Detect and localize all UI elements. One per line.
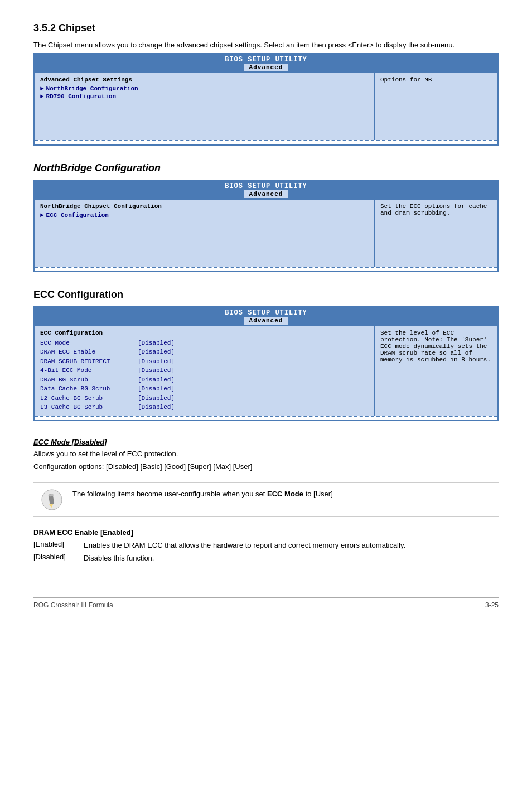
dram-ecc-row: [Disabled]Disables this function. — [33, 553, 499, 564]
note-icon — [38, 489, 66, 511]
ecc-config-divider — [35, 416, 497, 417]
ecc-row-name: DRAM SCRUB REDIRECT — [40, 357, 138, 366]
ecc-table: ECC Mode[Disabled] DRAM ECC Enable[Disab… — [40, 339, 369, 412]
dram-ecc-value: Enables the DRAM ECC that allows the har… — [84, 540, 499, 551]
dram-ecc-rows: [Enabled]Enables the DRAM ECC that allow… — [33, 540, 499, 564]
ecc-config-title: ECC Configuration — [33, 289, 499, 301]
note-text: The following items become user-configur… — [72, 489, 333, 500]
ecc-table-row: L3 Cache BG Scrub[Disabled] — [40, 403, 369, 412]
arrow-icon-2: ► — [40, 93, 44, 100]
chipset-item-1: ► NorthBridge Configuration — [40, 85, 369, 92]
pencil-icon — [41, 489, 63, 511]
ecc-row-name: DRAM BG Scrub — [40, 375, 138, 385]
chipset-divider — [35, 140, 497, 141]
ecc-row-value: [Disabled] — [138, 366, 175, 375]
dram-ecc-row: [Enabled]Enables the DRAM ECC that allow… — [33, 540, 499, 551]
chipset-left-label: Advanced Chipset Settings — [40, 76, 369, 83]
dram-ecc-value: Disables this function. — [84, 553, 499, 564]
ecc-mode-section: ECC Mode [Disabled] Allows you to set th… — [33, 438, 499, 472]
chipset-bios-title: BIOS SETUP UTILITY — [225, 56, 307, 64]
ecc-mode-config-options: Configuration options: [Disabled] [Basic… — [33, 461, 499, 472]
ecc-config-bios-right: Set the level of ECC protection. Note: T… — [375, 326, 497, 416]
ecc-config-bios-content: ECC Configuration ECC Mode[Disabled] DRA… — [35, 326, 497, 416]
northbridge-bios-content: NorthBridge Chipset Configuration ► ECC … — [35, 200, 497, 267]
ecc-row-value: [Disabled] — [138, 347, 175, 357]
footer-right: 3-25 — [485, 601, 499, 609]
ecc-table-row: Data Cache BG Scrub[Disabled] — [40, 384, 369, 394]
ecc-config-bios-tab: Advanced — [244, 317, 289, 325]
northbridge-bios-title: BIOS SETUP UTILITY — [225, 182, 307, 190]
ecc-mode-title: ECC Mode [Disabled] — [33, 438, 499, 446]
ecc-table-row: ECC Mode[Disabled] — [40, 339, 369, 348]
chipset-item-name-1: NorthBridge Configuration — [46, 85, 138, 92]
dram-ecc-key: [Disabled] — [33, 553, 84, 564]
northbridge-bios-header: BIOS SETUP UTILITY Advanced — [35, 181, 497, 200]
ecc-mode-desc: Allows you to set the level of ECC prote… — [33, 448, 499, 460]
northbridge-item-1: ► ECC Configuration — [40, 212, 369, 219]
ecc-row-value: [Disabled] — [138, 384, 175, 394]
ecc-table-row: DRAM ECC Enable[Disabled] — [40, 347, 369, 357]
northbridge-item-name-1: ECC Configuration — [46, 212, 109, 219]
arrow-icon-1: ► — [40, 85, 44, 92]
chipset-bios-box: BIOS SETUP UTILITY Advanced Advanced Chi… — [33, 53, 499, 146]
northbridge-left-label: NorthBridge Chipset Configuration — [40, 203, 369, 210]
footer-left: ROG Crosshair III Formula — [33, 601, 113, 609]
ecc-config-bios-left: ECC Configuration ECC Mode[Disabled] DRA… — [35, 326, 375, 416]
northbridge-title: NorthBridge Configuration — [33, 162, 499, 174]
ecc-config-section: ECC Configuration BIOS SETUP UTILITY Adv… — [33, 289, 499, 564]
dram-ecc-section: DRAM ECC Enable [Enabled] [Enabled]Enabl… — [33, 528, 499, 564]
ecc-config-right-text: Set the level of ECC protection. Note: T… — [380, 330, 491, 363]
chipset-bios-tab: Advanced — [244, 64, 289, 71]
ecc-table-row: 4-Bit ECC Mode[Disabled] — [40, 366, 369, 375]
chipset-bios-content: Advanced Chipset Settings ► NorthBridge … — [35, 73, 497, 140]
ecc-row-value: [Disabled] — [138, 339, 175, 348]
chipset-intro: The Chipset menu allows you to change th… — [33, 40, 499, 51]
chipset-item-name-2: RD790 Configuration — [46, 93, 116, 100]
ecc-row-name: ECC Mode — [40, 339, 138, 348]
northbridge-bios-right: Set the ECC options for cache and dram s… — [375, 200, 497, 267]
page-footer: ROG Crosshair III Formula 3-25 — [33, 597, 499, 609]
ecc-table-row: DRAM SCRUB REDIRECT[Disabled] — [40, 357, 369, 366]
ecc-row-value: [Disabled] — [138, 375, 175, 385]
note-prefix: The following items become user-configur… — [72, 490, 267, 498]
chipset-title: 3.5.2 Chipset — [33, 22, 499, 34]
northbridge-right-text: Set the ECC options for cache and dram s… — [380, 203, 487, 216]
ecc-row-name: DRAM ECC Enable — [40, 347, 138, 357]
dram-ecc-title: DRAM ECC Enable [Enabled] — [33, 528, 499, 537]
note-bold: ECC Mode — [267, 490, 303, 498]
chipset-item-2: ► RD790 Configuration — [40, 93, 369, 100]
ecc-row-name: Data Cache BG Scrub — [40, 384, 138, 394]
ecc-config-bios-header: BIOS SETUP UTILITY Advanced — [35, 307, 497, 326]
northbridge-divider — [35, 267, 497, 268]
ecc-row-value: [Disabled] — [138, 394, 175, 403]
ecc-row-name: L2 Cache BG Scrub — [40, 394, 138, 403]
ecc-table-row: L2 Cache BG Scrub[Disabled] — [40, 394, 369, 403]
northbridge-bios-box: BIOS SETUP UTILITY Advanced NorthBridge … — [33, 180, 499, 272]
chipset-right-text: Options for NB — [380, 76, 432, 83]
chipset-bios-right: Options for NB — [375, 73, 497, 140]
arrow-icon-nb-1: ► — [40, 212, 44, 219]
ecc-config-bios-box: BIOS SETUP UTILITY Advanced ECC Configur… — [33, 306, 499, 421]
ecc-row-value: [Disabled] — [138, 357, 175, 366]
dram-ecc-key: [Enabled] — [33, 540, 84, 551]
northbridge-section: NorthBridge Configuration BIOS SETUP UTI… — [33, 162, 499, 272]
ecc-table-row: DRAM BG Scrub[Disabled] — [40, 375, 369, 385]
ecc-row-name: L3 Cache BG Scrub — [40, 403, 138, 412]
chipset-section: 3.5.2 Chipset The Chipset menu allows yo… — [33, 22, 499, 146]
ecc-row-name: 4-Bit ECC Mode — [40, 366, 138, 375]
northbridge-bios-tab: Advanced — [244, 190, 289, 198]
ecc-row-value: [Disabled] — [138, 403, 175, 412]
chipset-bios-header: BIOS SETUP UTILITY Advanced — [35, 54, 497, 73]
note-suffix: to [User] — [303, 490, 333, 498]
northbridge-bios-left: NorthBridge Chipset Configuration ► ECC … — [35, 200, 375, 267]
chipset-bios-left: Advanced Chipset Settings ► NorthBridge … — [35, 73, 375, 140]
note-box: The following items become user-configur… — [33, 482, 499, 517]
ecc-config-bios-title: BIOS SETUP UTILITY — [225, 309, 307, 317]
ecc-config-left-label: ECC Configuration — [40, 330, 369, 336]
